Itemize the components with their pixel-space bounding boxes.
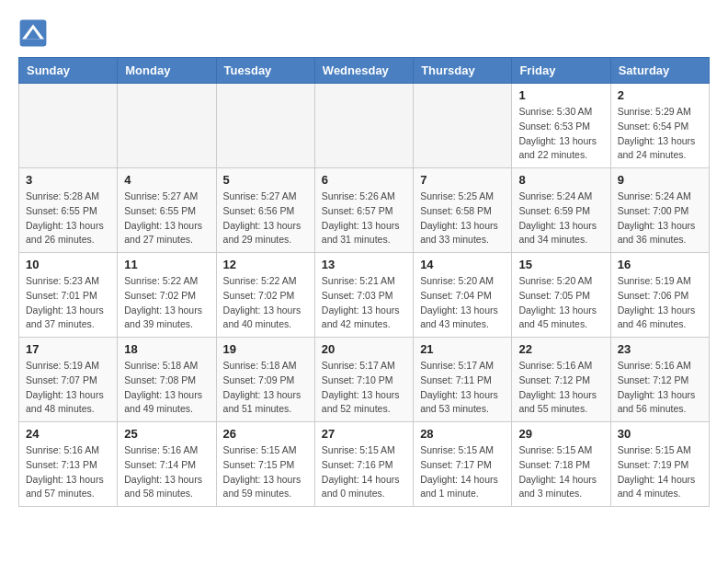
logo-icon [18, 18, 48, 48]
calendar-cell: 6Sunrise: 5:26 AM Sunset: 6:57 PM Daylig… [314, 168, 413, 253]
day-info: Sunrise: 5:19 AM Sunset: 7:07 PM Dayligh… [26, 359, 110, 417]
day-info: Sunrise: 5:20 AM Sunset: 7:05 PM Dayligh… [518, 274, 603, 332]
calendar-cell: 18Sunrise: 5:18 AM Sunset: 7:08 PM Dayli… [118, 338, 216, 422]
day-info: Sunrise: 5:16 AM Sunset: 7:14 PM Dayligh… [124, 443, 209, 501]
day-number: 9 [618, 173, 702, 187]
calendar-table: SundayMondayTuesdayWednesdayThursdayFrid… [18, 57, 710, 507]
calendar-cell: 30Sunrise: 5:15 AM Sunset: 7:19 PM Dayli… [610, 422, 709, 507]
calendar-cell: 22Sunrise: 5:16 AM Sunset: 7:12 PM Dayli… [512, 338, 610, 422]
weekday-header-thursday: Thursday [414, 58, 512, 84]
calendar-cell: 9Sunrise: 5:24 AM Sunset: 7:00 PM Daylig… [610, 168, 709, 253]
day-number: 7 [420, 173, 505, 187]
calendar-week-5: 24Sunrise: 5:16 AM Sunset: 7:13 PM Dayli… [19, 422, 710, 507]
day-number: 5 [223, 173, 308, 187]
day-number: 17 [26, 342, 110, 356]
weekday-header-tuesday: Tuesday [216, 58, 314, 84]
calendar-cell: 1Sunrise: 5:30 AM Sunset: 6:53 PM Daylig… [512, 84, 610, 168]
calendar-cell: 19Sunrise: 5:18 AM Sunset: 7:09 PM Dayli… [216, 338, 314, 422]
day-info: Sunrise: 5:22 AM Sunset: 7:02 PM Dayligh… [223, 274, 308, 332]
day-info: Sunrise: 5:15 AM Sunset: 7:19 PM Dayligh… [618, 443, 702, 501]
day-info: Sunrise: 5:24 AM Sunset: 7:00 PM Dayligh… [618, 190, 702, 247]
calendar-week-2: 3Sunrise: 5:28 AM Sunset: 6:55 PM Daylig… [19, 168, 710, 253]
day-number: 10 [26, 258, 110, 271]
day-info: Sunrise: 5:18 AM Sunset: 7:08 PM Dayligh… [124, 359, 209, 417]
calendar-cell: 13Sunrise: 5:21 AM Sunset: 7:03 PM Dayli… [314, 253, 413, 338]
calendar-cell: 4Sunrise: 5:27 AM Sunset: 6:55 PM Daylig… [118, 168, 216, 253]
day-number: 14 [420, 258, 505, 271]
day-info: Sunrise: 5:20 AM Sunset: 7:04 PM Dayligh… [420, 274, 505, 332]
day-number: 1 [518, 88, 603, 102]
day-number: 27 [322, 427, 406, 441]
calendar-cell [19, 84, 118, 168]
weekday-header-sunday: Sunday [19, 58, 118, 84]
day-number: 11 [124, 258, 209, 271]
day-number: 26 [223, 427, 308, 441]
calendar-cell: 21Sunrise: 5:17 AM Sunset: 7:11 PM Dayli… [414, 338, 512, 422]
day-info: Sunrise: 5:18 AM Sunset: 7:09 PM Dayligh… [223, 359, 308, 417]
day-number: 20 [322, 342, 406, 356]
day-info: Sunrise: 5:16 AM Sunset: 7:12 PM Dayligh… [518, 359, 603, 417]
calendar-cell: 5Sunrise: 5:27 AM Sunset: 6:56 PM Daylig… [216, 168, 314, 253]
day-info: Sunrise: 5:29 AM Sunset: 6:54 PM Dayligh… [618, 105, 702, 163]
day-number: 2 [618, 88, 702, 102]
day-number: 24 [26, 427, 110, 441]
day-number: 4 [124, 173, 209, 187]
calendar-cell: 12Sunrise: 5:22 AM Sunset: 7:02 PM Dayli… [216, 253, 314, 338]
calendar-cell: 26Sunrise: 5:15 AM Sunset: 7:15 PM Dayli… [216, 422, 314, 507]
day-info: Sunrise: 5:27 AM Sunset: 6:55 PM Dayligh… [124, 190, 209, 247]
weekday-header-saturday: Saturday [610, 58, 709, 84]
weekday-header-friday: Friday [512, 58, 610, 84]
calendar-cell: 27Sunrise: 5:15 AM Sunset: 7:16 PM Dayli… [314, 422, 413, 507]
day-info: Sunrise: 5:21 AM Sunset: 7:03 PM Dayligh… [322, 274, 406, 332]
calendar-cell [216, 84, 314, 168]
calendar-cell: 25Sunrise: 5:16 AM Sunset: 7:14 PM Dayli… [118, 422, 216, 507]
page-header [18, 18, 710, 48]
day-info: Sunrise: 5:25 AM Sunset: 6:58 PM Dayligh… [420, 190, 505, 247]
weekday-header-wednesday: Wednesday [314, 58, 413, 84]
day-number: 28 [420, 427, 505, 441]
day-info: Sunrise: 5:26 AM Sunset: 6:57 PM Dayligh… [322, 190, 406, 247]
calendar-cell [118, 84, 216, 168]
day-number: 30 [618, 427, 702, 441]
day-info: Sunrise: 5:24 AM Sunset: 6:59 PM Dayligh… [518, 190, 603, 247]
weekday-header-monday: Monday [118, 58, 216, 84]
day-info: Sunrise: 5:19 AM Sunset: 7:06 PM Dayligh… [618, 274, 702, 332]
day-info: Sunrise: 5:23 AM Sunset: 7:01 PM Dayligh… [26, 274, 110, 332]
calendar-cell: 2Sunrise: 5:29 AM Sunset: 6:54 PM Daylig… [610, 84, 709, 168]
calendar-cell: 10Sunrise: 5:23 AM Sunset: 7:01 PM Dayli… [19, 253, 118, 338]
day-number: 18 [124, 342, 209, 356]
calendar-cell: 24Sunrise: 5:16 AM Sunset: 7:13 PM Dayli… [19, 422, 118, 507]
day-info: Sunrise: 5:22 AM Sunset: 7:02 PM Dayligh… [124, 274, 209, 332]
calendar-cell: 23Sunrise: 5:16 AM Sunset: 7:12 PM Dayli… [610, 338, 709, 422]
day-info: Sunrise: 5:16 AM Sunset: 7:13 PM Dayligh… [26, 443, 110, 501]
day-number: 19 [223, 342, 308, 356]
day-number: 29 [518, 427, 603, 441]
calendar-cell: 16Sunrise: 5:19 AM Sunset: 7:06 PM Dayli… [610, 253, 709, 338]
calendar-cell: 28Sunrise: 5:15 AM Sunset: 7:17 PM Dayli… [414, 422, 512, 507]
logo [18, 18, 51, 48]
calendar-cell: 17Sunrise: 5:19 AM Sunset: 7:07 PM Dayli… [19, 338, 118, 422]
day-number: 6 [322, 173, 406, 187]
calendar-cell: 8Sunrise: 5:24 AM Sunset: 6:59 PM Daylig… [512, 168, 610, 253]
calendar-week-1: 1Sunrise: 5:30 AM Sunset: 6:53 PM Daylig… [19, 84, 710, 168]
day-info: Sunrise: 5:17 AM Sunset: 7:10 PM Dayligh… [322, 359, 406, 417]
day-number: 22 [518, 342, 603, 356]
day-info: Sunrise: 5:15 AM Sunset: 7:16 PM Dayligh… [322, 443, 406, 501]
calendar-cell [414, 84, 512, 168]
day-number: 16 [618, 258, 702, 271]
calendar-cell: 3Sunrise: 5:28 AM Sunset: 6:55 PM Daylig… [19, 168, 118, 253]
day-number: 15 [518, 258, 603, 271]
day-number: 12 [223, 258, 308, 271]
day-info: Sunrise: 5:17 AM Sunset: 7:11 PM Dayligh… [420, 359, 505, 417]
day-number: 3 [26, 173, 110, 187]
day-info: Sunrise: 5:30 AM Sunset: 6:53 PM Dayligh… [518, 105, 603, 163]
calendar-cell: 15Sunrise: 5:20 AM Sunset: 7:05 PM Dayli… [512, 253, 610, 338]
day-info: Sunrise: 5:15 AM Sunset: 7:17 PM Dayligh… [420, 443, 505, 501]
day-info: Sunrise: 5:15 AM Sunset: 7:18 PM Dayligh… [518, 443, 603, 501]
calendar-cell: 14Sunrise: 5:20 AM Sunset: 7:04 PM Dayli… [414, 253, 512, 338]
calendar-cell: 20Sunrise: 5:17 AM Sunset: 7:10 PM Dayli… [314, 338, 413, 422]
calendar-cell: 29Sunrise: 5:15 AM Sunset: 7:18 PM Dayli… [512, 422, 610, 507]
calendar-cell [314, 84, 413, 168]
calendar-week-4: 17Sunrise: 5:19 AM Sunset: 7:07 PM Dayli… [19, 338, 710, 422]
day-number: 8 [518, 173, 603, 187]
